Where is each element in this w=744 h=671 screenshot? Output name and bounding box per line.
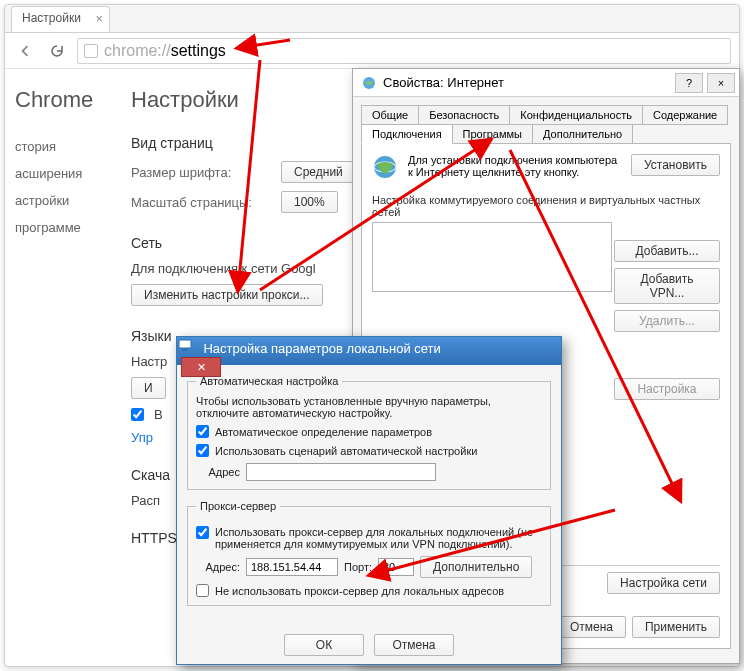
script-addr-input[interactable]: [246, 463, 436, 481]
dialog-icon: [177, 337, 193, 353]
tab-privacy[interactable]: Конфиденциальность: [509, 105, 643, 125]
use-proxy-checkbox[interactable]: [196, 526, 209, 539]
reload-button[interactable]: [45, 39, 69, 63]
sidebar-item[interactable]: стория: [15, 133, 115, 160]
settings-button: Настройка: [614, 378, 720, 400]
auto-detect-checkbox[interactable]: [196, 425, 209, 438]
lang-button[interactable]: И: [131, 377, 166, 399]
browser-tabbar: Настройки ×: [5, 5, 739, 33]
page-icon: [84, 44, 98, 58]
font-size-select[interactable]: Средний: [281, 161, 356, 183]
add-vpn-button[interactable]: Добавить VPN...: [614, 268, 720, 304]
sidebar-item[interactable]: программе: [15, 214, 115, 241]
proxy-addr-label: Адрес:: [196, 561, 240, 573]
proxy-legend: Прокси-сервер: [196, 500, 280, 512]
close-icon[interactable]: ×: [96, 12, 103, 26]
tab-title: Настройки: [22, 11, 81, 25]
lang-desc: Настр: [131, 354, 167, 369]
globe-icon: [372, 154, 398, 180]
zoom-select[interactable]: 100%: [281, 191, 338, 213]
use-proxy-label: Использовать прокси-сервер для локальных…: [215, 526, 542, 550]
apply-button[interactable]: Применить: [632, 616, 720, 638]
tab-connections[interactable]: Подключения: [361, 124, 453, 144]
lang-checkbox[interactable]: [131, 408, 144, 421]
lang-link[interactable]: Упр: [131, 430, 153, 445]
url-path: settings: [171, 42, 226, 59]
back-icon: [19, 45, 31, 57]
address-bar[interactable]: chrome://settings: [77, 38, 731, 64]
net-desc: Для подключения к сети Googl: [131, 261, 316, 276]
help-button[interactable]: ?: [675, 73, 703, 93]
dialog-title: Настройка параметров локальной сети: [203, 341, 440, 356]
auto-script-checkbox[interactable]: [196, 444, 209, 457]
lan-settings-dialog: Настройка параметров локальной сети ✕ Ав…: [176, 336, 562, 665]
tab-programs[interactable]: Программы: [452, 124, 533, 144]
auto-detect-label: Автоматическое определение параметров: [215, 426, 432, 438]
sidebar-item[interactable]: асширения: [15, 160, 115, 187]
tab-security[interactable]: Безопасность: [418, 105, 510, 125]
connections-listbox[interactable]: [372, 222, 612, 292]
svg-rect-3: [179, 340, 191, 348]
lan-settings-button[interactable]: Настройка сети: [607, 572, 720, 594]
zoom-label: Масштаб страницы:: [131, 195, 271, 210]
cancel-button[interactable]: Отмена: [374, 634, 454, 656]
auto-config-group: Автоматическая настройка Чтобы использов…: [187, 375, 551, 490]
proxy-port-label: Порт:: [344, 561, 372, 573]
app-name: Chrome: [15, 87, 115, 113]
add-button[interactable]: Добавить...: [614, 240, 720, 262]
bypass-local-label: Не использовать прокси-сервер для локаль…: [215, 585, 504, 597]
auto-script-label: Использовать сценарий автоматической нас…: [215, 445, 477, 457]
dialup-label: Настройка коммутируемого соединения и ви…: [372, 194, 720, 218]
proxy-addr-input[interactable]: [246, 558, 338, 576]
proxy-port-input[interactable]: [378, 558, 414, 576]
back-button[interactable]: [13, 39, 37, 63]
svg-rect-4: [182, 349, 188, 351]
tab-content[interactable]: Содержание: [642, 105, 728, 125]
dl-label: Расп: [131, 493, 160, 508]
auto-config-desc: Чтобы использовать установленные вручную…: [196, 395, 542, 419]
lang-check-label: В: [154, 407, 163, 422]
tab-strip: Общие Безопасность Конфиденциальность Со…: [361, 105, 731, 143]
delete-button: Удалить...: [614, 310, 720, 332]
setup-button[interactable]: Установить: [631, 154, 720, 176]
tab-advanced[interactable]: Дополнительно: [532, 124, 633, 144]
reload-icon: [50, 44, 64, 58]
auto-config-legend: Автоматическая настройка: [196, 375, 342, 387]
dialog-icon: [361, 75, 377, 91]
change-proxy-button[interactable]: Изменить настройки прокси...: [131, 284, 323, 306]
sidebar-item[interactable]: астройки: [15, 187, 115, 214]
proxy-advanced-button[interactable]: Дополнительно: [420, 556, 532, 578]
bypass-local-checkbox[interactable]: [196, 584, 209, 597]
tab-general[interactable]: Общие: [361, 105, 419, 125]
font-size-label: Размер шрифта:: [131, 165, 271, 180]
ok-button[interactable]: ОК: [284, 634, 364, 656]
settings-sidebar: Chrome стория асширения астройки програм…: [5, 69, 115, 666]
script-addr-label: Адрес: [196, 466, 240, 478]
setup-hint: Для установки подключения компьютера к И…: [408, 154, 621, 178]
dialog-title: Свойства: Интернет: [383, 75, 671, 90]
browser-toolbar: chrome://settings: [5, 33, 739, 69]
close-button[interactable]: ×: [707, 73, 735, 93]
browser-tab[interactable]: Настройки ×: [11, 6, 110, 32]
cancel-button[interactable]: Отмена: [557, 616, 626, 638]
proxy-group: Прокси-сервер Использовать прокси-сервер…: [187, 500, 551, 606]
url-scheme: chrome://: [104, 42, 171, 59]
